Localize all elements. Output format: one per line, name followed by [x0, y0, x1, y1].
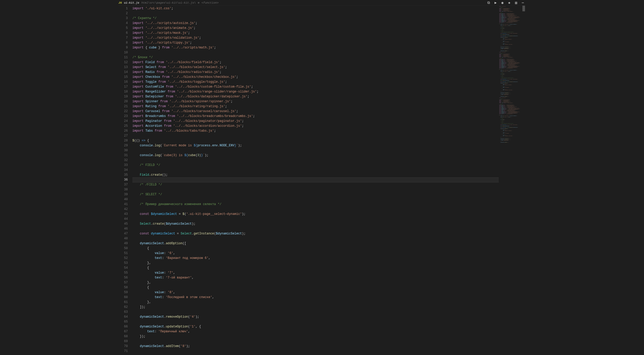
code-line[interactable]: /* /FIELD */ — [132, 182, 499, 187]
breadcrumb-function[interactable]: <function> — [201, 1, 218, 4]
code-line[interactable]: dynamicSelect.addOption([ — [132, 241, 499, 246]
code-line[interactable]: { — [132, 266, 499, 271]
line-number: 36 — [118, 178, 128, 182]
line-number: 60 — [118, 295, 128, 300]
code-line[interactable]: { — [132, 246, 499, 251]
line-number: 51 — [118, 251, 128, 256]
line-number: 29 — [118, 143, 128, 148]
debug-icon[interactable]: ◉ — [501, 1, 503, 5]
code-area[interactable]: import './ui-kit.css';/* Скрипты */impor… — [132, 6, 499, 355]
code-line[interactable]: ]); — [132, 305, 499, 310]
code-line[interactable]: /* SELECT */ — [132, 192, 499, 197]
code-line[interactable]: /* FIELD */ — [132, 163, 499, 168]
code-line[interactable] — [132, 178, 499, 182]
code-line[interactable]: import Checkbox from '../../blocks/check… — [132, 75, 499, 80]
code-line[interactable]: const $dynamicSelect = $('.ui-kit-page__… — [132, 212, 499, 217]
code-line[interactable]: }, — [132, 300, 499, 305]
editor-body: 1234567891011121314151617181920212223242… — [118, 6, 526, 355]
code-line[interactable]: { — [132, 285, 499, 290]
code-line[interactable]: import RangeSlider from '../../blocks/ra… — [132, 89, 499, 94]
code-line[interactable]: text: 'Последний в этом списке', — [132, 295, 499, 300]
code-line[interactable] — [132, 349, 499, 354]
line-number-gutter[interactable]: 1234567891011121314151617181920212223242… — [118, 6, 132, 355]
code-line[interactable]: }, — [132, 261, 499, 266]
code-line[interactable]: import Breadcrumbs from '../../blocks/br… — [132, 114, 499, 119]
code-line[interactable]: import '../../scripts/tippy.js'; — [132, 40, 499, 45]
code-line[interactable]: dynamicSelect.addItem('8'); — [132, 344, 499, 349]
code-line[interactable] — [132, 158, 499, 163]
line-number: 63 — [118, 310, 128, 315]
code-line[interactable]: import Select from '../../blocks/select/… — [132, 65, 499, 70]
run-icon[interactable]: ▶ — [495, 1, 497, 5]
code-line[interactable]: import Paginator from '../../blocks/pagi… — [132, 119, 499, 124]
code-line[interactable]: import '../../scripts/autosize.js'; — [132, 21, 499, 26]
code-line[interactable]: import Accordion from '../../blocks/acco… — [132, 124, 499, 129]
code-line[interactable] — [132, 133, 499, 138]
editor-toolbar: ⧉ ▶ ◉ ◈ ▥ ⋯ — [487, 1, 526, 5]
code-line[interactable] — [132, 11, 499, 16]
compare-icon[interactable]: ⧉ — [487, 1, 490, 5]
code-line[interactable]: import Rating from '../../blocks/rating/… — [132, 104, 499, 109]
code-line[interactable]: import '../../scripts/mask.js'; — [132, 31, 499, 36]
code-line[interactable]: import Tabs from '../../blocks/tabs/tabs… — [132, 129, 499, 133]
code-line[interactable] — [132, 148, 499, 153]
code-line[interactable]: console.log(`cube(3) is ${cube(3)}`); — [132, 153, 499, 158]
code-line[interactable] — [132, 339, 499, 344]
code-line[interactable]: $(() => { — [132, 138, 499, 143]
code-line[interactable] — [132, 226, 499, 231]
more-icon[interactable]: ⋯ — [522, 1, 524, 5]
code-line[interactable] — [132, 319, 499, 324]
code-line[interactable]: text: 'Первичный ключ', — [132, 329, 499, 334]
code-line[interactable]: import Radio from '../../blocks/radio/ra… — [132, 70, 499, 75]
code-line[interactable] — [132, 50, 499, 55]
code-line[interactable]: dynamicSelect.updateOption('1', { — [132, 324, 499, 329]
code-line[interactable]: dynamicSelect.removeOption('4'); — [132, 315, 499, 319]
scrollbar-thumb[interactable] — [522, 6, 525, 11]
code-line[interactable]: value: '6', — [132, 251, 499, 256]
code-line[interactable] — [132, 207, 499, 212]
code-line[interactable]: value: '8', — [132, 290, 499, 295]
code-line[interactable]: import './ui-kit.css'; — [132, 6, 499, 11]
code-line[interactable] — [132, 236, 499, 241]
code-line[interactable]: import '../../scripts/validation.js'; — [132, 36, 499, 40]
code-line[interactable]: value: '7', — [132, 271, 499, 275]
code-line[interactable]: import Field from '../../blocks/field/fi… — [132, 60, 499, 65]
code-line[interactable]: const dynamicSelect = Select.getInstance… — [132, 231, 499, 236]
line-number: 21 — [118, 104, 128, 109]
code-line[interactable]: import Toggle from '../../blocks/toggle/… — [132, 80, 499, 84]
code-line[interactable]: /* Блоки */ — [132, 55, 499, 60]
tab-filename[interactable]: ui-kit.js — [124, 1, 139, 4]
line-number: 38 — [118, 187, 128, 192]
code-line[interactable]: import '../../scripts/animate.js'; — [132, 26, 499, 31]
code-line[interactable] — [132, 187, 499, 192]
minimap-line: const $dynamicSelect = $('.ui-kit-page__… — [499, 125, 521, 125]
code-line[interactable]: console.log(`Current mode is ${process.e… — [132, 143, 499, 148]
code-line[interactable]: Field.create(); — [132, 173, 499, 178]
line-number: 3 — [118, 16, 128, 21]
code-line[interactable]: import Spinner from '../../blocks/spinne… — [132, 99, 499, 104]
code-line[interactable]: /* Скрипты */ — [132, 16, 499, 21]
code-line[interactable]: /* Пример динамического изменения селект… — [132, 202, 499, 207]
line-number: 59 — [118, 290, 128, 295]
code-line[interactable]: import { cube } from '../../scripts/math… — [132, 45, 499, 50]
line-number: 64 — [118, 315, 128, 319]
scrollbar-track[interactable] — [522, 6, 526, 355]
code-line[interactable]: text: 'Вариант под номером 6', — [132, 256, 499, 261]
line-number: 62 — [118, 305, 128, 310]
line-number: 53 — [118, 261, 128, 266]
layout-icon[interactable]: ▥ — [515, 1, 517, 5]
code-line[interactable] — [132, 310, 499, 315]
code-line[interactable]: import Datepicker from '../../blocks/dat… — [132, 94, 499, 99]
code-line[interactable]: import Carousel from '../../blocks/carou… — [132, 109, 499, 114]
code-line[interactable] — [132, 217, 499, 222]
code-line[interactable]: text: '7-ой вариант', — [132, 275, 499, 280]
code-line[interactable]: }, — [132, 280, 499, 285]
code-line[interactable] — [132, 197, 499, 202]
minimap[interactable]: import './ui-kit.css';/* Скрипты */impor… — [499, 6, 522, 355]
code-line[interactable] — [132, 168, 499, 173]
code-line[interactable]: import CustomFile from '../../blocks/cus… — [132, 84, 499, 89]
code-line[interactable]: }); — [132, 334, 499, 339]
code-line[interactable]: Select.create($dynamicSelect); — [132, 222, 499, 226]
line-number: 49 — [118, 241, 128, 246]
split-icon[interactable]: ◈ — [508, 1, 510, 5]
